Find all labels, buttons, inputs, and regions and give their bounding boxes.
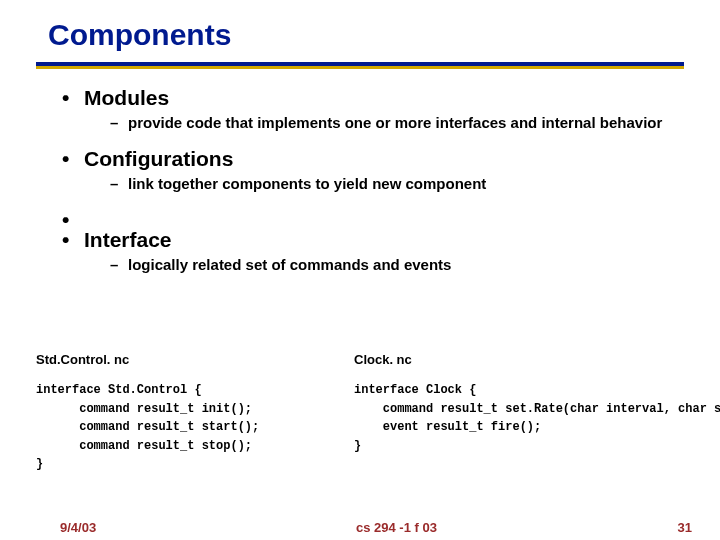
bullet-head: Configurations (84, 147, 233, 170)
footer-course: cs 294 -1 f 03 (356, 520, 437, 535)
slide: Components Modules provide code that imp… (0, 0, 720, 540)
code-left: interface Std.Control { command result_t… (36, 381, 354, 474)
filename-left: Std.Control. nc (36, 352, 354, 367)
bullet-head: Interface (84, 228, 172, 251)
sub-list: link together components to yield new co… (84, 175, 680, 194)
bullet-head: Modules (84, 86, 169, 109)
bullet-list: Modules provide code that implements one… (60, 86, 680, 274)
bullet-configurations: Configurations link together components … (60, 147, 680, 194)
content-area: Modules provide code that implements one… (60, 86, 680, 288)
filename-right: Clock. nc (354, 352, 704, 367)
bullet-sub: link together components to yield new co… (84, 175, 680, 194)
code-right: interface Clock { command result_t set.R… (354, 381, 704, 455)
bullet-modules: Modules provide code that implements one… (60, 86, 680, 133)
bullet-sub: logically related set of commands and ev… (84, 256, 680, 275)
bullet-interface: Interface logically related set of comma… (60, 228, 680, 275)
footer-date: 9/4/03 (60, 520, 96, 535)
code-column-right: Clock. nc interface Clock { command resu… (354, 352, 704, 474)
sub-list: logically related set of commands and ev… (84, 256, 680, 275)
divider-gold (36, 66, 684, 69)
footer-page: 31 (678, 520, 692, 535)
sub-list: provide code that implements one or more… (84, 114, 680, 133)
code-column-left: Std.Control. nc interface Std.Control { … (36, 352, 354, 474)
code-columns: Std.Control. nc interface Std.Control { … (36, 352, 706, 474)
bullet-sub: provide code that implements one or more… (84, 114, 680, 133)
spacer (60, 208, 680, 222)
slide-title: Components (48, 18, 231, 52)
